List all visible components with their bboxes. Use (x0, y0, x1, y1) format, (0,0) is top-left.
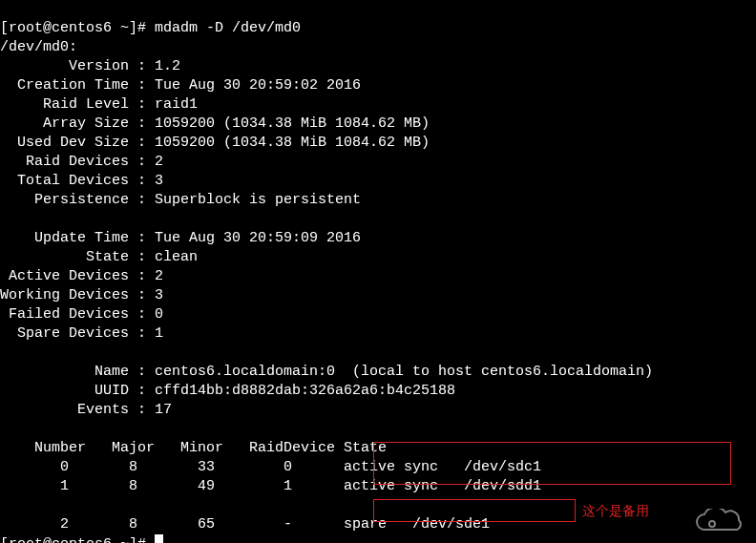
value-creation-time: Tue Aug 30 20:59:02 2016 (155, 77, 361, 94)
label-working-devices: Working Devices : (0, 287, 155, 303)
svg-point-0 (709, 521, 715, 527)
value-state: clean (155, 249, 198, 265)
label-active-devices: Active Devices : (0, 268, 155, 284)
table-row-state: active sync /dev/sdc1 (344, 459, 541, 475)
label-raid-level: Raid Level : (0, 96, 155, 113)
table-row: 2 8 65 - (0, 516, 344, 533)
terminal-cursor[interactable] (155, 534, 163, 543)
label-update-time: Update Time : (0, 230, 155, 246)
label-events: Events : (0, 402, 155, 418)
command-text: mdadm -D /dev/md0 (155, 20, 301, 36)
value-array-size: 1059200 (1034.38 MiB 1084.62 MB) (155, 115, 430, 132)
value-version: 1.2 (155, 58, 180, 74)
label-raid-devices: Raid Devices : (0, 154, 155, 170)
terminal-output: [root@centos6 ~]# mdadm -D /dev/md0 /dev… (0, 0, 756, 543)
prompt: [root@centos6 ~]# (0, 536, 155, 543)
value-working-devices: 3 (155, 287, 163, 303)
value-raid-devices: 2 (155, 154, 163, 170)
label-name: Name : (0, 364, 155, 380)
value-name: centos6.localdomain:0 (local to host cen… (155, 364, 653, 380)
value-events: 17 (155, 402, 172, 418)
label-spare-devices: Spare Devices : (0, 325, 155, 342)
value-uuid: cffd14bb:d8882dab:326a62a6:b4c25188 (155, 383, 455, 399)
value-persistence: Superblock is persistent (155, 192, 361, 208)
label-array-size: Array Size : (0, 115, 155, 132)
label-creation-time: Creation Time : (0, 77, 155, 94)
table-row-state: spare /dev/sde1 (344, 516, 490, 533)
table-header: Number Major Minor RaidDevice State (0, 440, 387, 456)
value-total-devices: 3 (155, 173, 163, 189)
label-failed-devices: Failed Devices : (0, 306, 155, 323)
value-raid-level: raid1 (155, 96, 198, 113)
annotation-spare: 这个是备用 (582, 501, 649, 520)
device-line: /dev/md0: (0, 39, 77, 55)
prompt: [root@centos6 ~]# (0, 20, 155, 36)
label-total-devices: Total Devices : (0, 173, 155, 189)
watermark-logo-icon (693, 509, 750, 537)
table-row: 0 8 33 0 (0, 459, 344, 475)
table-row: 1 8 49 1 (0, 478, 344, 494)
value-spare-devices: 1 (155, 325, 163, 342)
label-used-dev-size: Used Dev Size : (0, 135, 155, 151)
label-state: State : (0, 249, 155, 265)
value-update-time: Tue Aug 30 20:59:09 2016 (155, 230, 361, 246)
value-active-devices: 2 (155, 268, 163, 284)
value-failed-devices: 0 (155, 306, 163, 323)
label-version: Version : (0, 58, 155, 74)
table-row-state: active sync /dev/sdd1 (344, 478, 541, 494)
value-used-dev-size: 1059200 (1034.38 MiB 1084.62 MB) (155, 135, 430, 151)
label-persistence: Persistence : (0, 192, 155, 208)
label-uuid: UUID : (0, 383, 155, 399)
